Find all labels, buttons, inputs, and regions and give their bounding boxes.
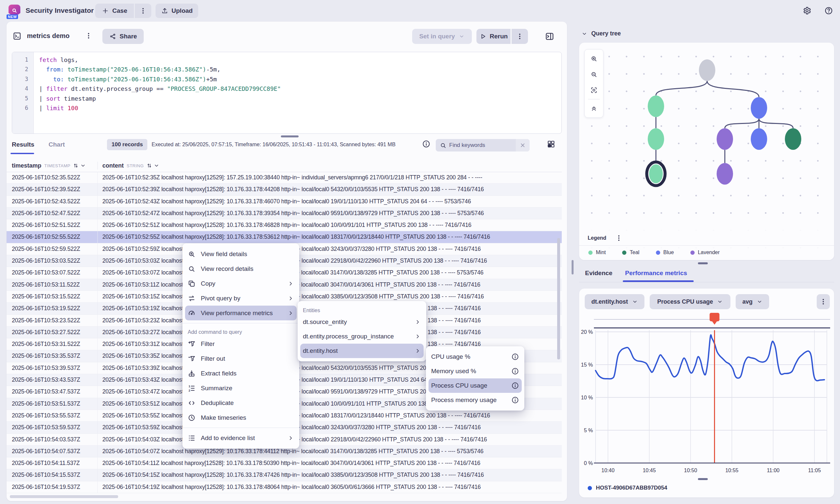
metric-selector[interactable]: Process CPU usage [650, 294, 730, 309]
timestamp-cell[interactable]: 2025-06-16T10:53:19.522Z [6, 303, 98, 314]
code-line[interactable]: from: toTimestamp("2025-06-16T10:56:43.5… [39, 65, 281, 74]
chevron-down-icon[interactable] [80, 163, 86, 168]
timestamp-cell[interactable]: 2025-06-16T10:52:35.522Z [6, 172, 98, 183]
rerun-button[interactable]: Rerun [476, 29, 511, 44]
workspace-menu-icon[interactable] [85, 32, 92, 40]
info-icon[interactable] [511, 353, 519, 361]
tab-performance-metrics[interactable]: Performance metrics [625, 270, 687, 277]
timestamp-cell[interactable]: 2025-06-16T10:53:03.522Z [6, 255, 98, 267]
timestamp-cell[interactable]: 2025-06-16T10:53:43.537Z [6, 374, 98, 385]
collapse-panel-icon[interactable] [545, 32, 555, 41]
content-cell[interactable]: 2025-06-16T10:54:07Z localhost haproxy[1… [98, 446, 562, 457]
timestamp-cell[interactable]: 2025-06-16T10:54:07.537Z [6, 446, 98, 457]
menu-item-memory-used[interactable]: Memory used % [426, 364, 524, 378]
query-tree-graph[interactable] [579, 43, 834, 226]
rerun-menu-button[interactable] [511, 29, 528, 44]
tree-node-g1[interactable] [785, 128, 801, 150]
timestamp-cell[interactable]: 2025-06-16T10:52:59.522Z [6, 243, 98, 255]
info-icon[interactable] [422, 140, 431, 148]
menu-item-pivot-query-by[interactable]: Pivot query by [182, 291, 299, 306]
entity-selector[interactable]: dt.entity.host [585, 294, 644, 309]
query-editor[interactable]: 123456 fetch logs, from: toTimestamp("20… [12, 52, 562, 134]
timestamp-cell[interactable]: 2025-06-16T10:53:59.537Z [6, 422, 98, 433]
panel-resize-handle[interactable] [572, 260, 574, 274]
legend-menu-icon[interactable] [615, 234, 623, 242]
timestamp-cell[interactable]: 2025-06-16T10:53:51.537Z [6, 398, 98, 410]
table-row[interactable]: 2025-06-16T10:52:43.522Z2025-06-16T10:52… [6, 196, 562, 208]
table-row[interactable]: 2025-06-16T10:52:47.522Z2025-06-16T10:52… [6, 208, 562, 219]
timestamp-cell[interactable]: 2025-06-16T10:53:07.522Z [6, 267, 98, 278]
content-cell[interactable]: 2025-06-16T10:52:43Z localhost haproxy[1… [98, 196, 562, 207]
horizontal-scrollbar[interactable] [10, 495, 118, 498]
code-line[interactable]: fetch logs, [39, 55, 281, 65]
content-cell[interactable]: 2025-06-16T10:54:19Z localhost haproxy[1… [98, 481, 562, 493]
timestamp-cell[interactable]: 2025-06-16T10:53:47.537Z [6, 386, 98, 397]
info-icon[interactable] [511, 382, 519, 390]
vertical-scrollbar[interactable] [557, 238, 560, 359]
help-icon[interactable] [824, 6, 833, 15]
menu-item-process-memory-usage[interactable]: Process memory usage [426, 393, 524, 407]
menu-item-filter[interactable]: Filter [182, 337, 299, 351]
set-in-query-button[interactable]: Set in query [412, 29, 472, 44]
table-row[interactable]: 2025-06-16T10:52:55.522Z2025-06-16T10:52… [6, 231, 562, 243]
timestamp-cell[interactable]: 2025-06-16T10:52:55.522Z [6, 231, 98, 242]
table-row[interactable]: 2025-06-16T10:54:15.537Z2025-06-16T10:54… [6, 469, 562, 481]
share-button[interactable]: Share [102, 29, 144, 44]
tree-node-root[interactable] [699, 59, 715, 81]
column-header-timestamp[interactable]: timestamp TIMESTAMP [6, 162, 98, 169]
editor-code[interactable]: fetch logs, from: toTimestamp("2025-06-1… [34, 52, 281, 133]
tree-node-m3[interactable] [649, 164, 663, 183]
find-keywords-search[interactable]: Find keywords [436, 139, 530, 151]
timestamp-cell[interactable]: 2025-06-16T10:54:03.537Z [6, 434, 98, 445]
timestamp-cell[interactable]: 2025-06-16T10:52:43.522Z [6, 196, 98, 207]
code-line[interactable]: | sort timestamp [39, 94, 281, 103]
timestamp-cell[interactable]: 2025-06-16T10:53:11.522Z [6, 279, 98, 290]
menu-item-dt-entity-host[interactable]: dt.entity.host [300, 344, 424, 358]
menu-item-view-record-details[interactable]: View record details [182, 262, 299, 276]
menu-item-process-cpu-usage[interactable]: Process CPU usage [428, 378, 522, 393]
timestamp-cell[interactable]: 2025-06-16T10:52:51.522Z [6, 219, 98, 231]
menu-item-cpu-usage[interactable]: CPU usage % [426, 349, 524, 364]
content-cell[interactable]: 2025-06-16T10:54:15Z localhost haproxy[1… [98, 469, 562, 481]
tree-resize-handle[interactable] [698, 262, 708, 264]
content-cell[interactable]: 2025-06-16T10:54:03Z localhost haproxy[1… [98, 434, 562, 445]
content-cell[interactable]: 2025-06-16T10:52:47Z localhost haproxy[1… [98, 208, 562, 219]
search-input[interactable]: Find keywords [449, 142, 485, 148]
aggregation-selector[interactable]: avg [736, 294, 769, 309]
content-cell[interactable]: 2025-06-16T10:52:39Z localhost haproxy[1… [98, 184, 562, 195]
query-tree-header[interactable]: Query tree [581, 30, 621, 37]
menu-item-dt-entity-process-group-instance[interactable]: dt.entity.process_group_instance [298, 329, 426, 344]
timestamp-cell[interactable]: 2025-06-16T10:53:35.537Z [6, 350, 98, 362]
tab-results[interactable]: Results [12, 141, 34, 148]
timestamp-cell[interactable]: 2025-06-16T10:53:15.522Z [6, 291, 98, 302]
timestamp-cell[interactable]: 2025-06-16T10:53:23.522Z [6, 315, 98, 326]
menu-item-extract-fields[interactable]: Extract fields [182, 366, 299, 381]
content-cell[interactable]: 2025-06-16T10:54:11Z localhost haproxy[1… [98, 457, 562, 469]
timestamp-cell[interactable]: 2025-06-16T10:53:31.522Z [6, 338, 98, 350]
timestamp-cell[interactable]: 2025-06-16T10:53:39.537Z [6, 362, 98, 374]
table-row[interactable]: 2025-06-16T10:54:11.537Z2025-06-16T10:54… [6, 457, 562, 469]
content-cell[interactable]: 2025-06-16T10:52:35Z localhost haproxy[1… [98, 172, 562, 183]
tree-node-m2[interactable] [648, 128, 664, 150]
menu-item-deduplicate[interactable]: Deduplicate [182, 395, 299, 410]
content-cell[interactable]: 2025-06-16T10:53:11Z localhost haproxy[1… [98, 279, 562, 290]
settings-gear-icon[interactable] [803, 6, 811, 15]
code-line[interactable]: to: toTimestamp("2025-06-16T10:56:43.586… [39, 74, 281, 84]
menu-item-filter-out[interactable]: Filter out [182, 351, 299, 366]
tree-node-b1[interactable] [751, 97, 767, 119]
content-cell[interactable]: 2025-06-16T10:53:15Z localhost haproxy[1… [98, 291, 562, 302]
content-cell[interactable]: 2025-06-16T10:52:55Z localhost haproxy[1… [98, 231, 562, 242]
chevron-down-icon[interactable] [154, 163, 159, 168]
timestamp-cell[interactable]: 2025-06-16T10:53:27.522Z [6, 327, 98, 338]
case-menu-button[interactable] [135, 4, 151, 18]
timestamp-cell[interactable]: 2025-06-16T10:54:19.537Z [6, 481, 98, 493]
timestamp-cell[interactable]: 2025-06-16T10:54:11.537Z [6, 457, 98, 469]
tab-evidence[interactable]: Evidence [585, 270, 612, 277]
content-cell[interactable]: 2025-06-16T10:53:03Z localhost haproxy[1… [98, 255, 562, 267]
table-row[interactable]: 2025-06-16T10:54:19.537Z2025-06-16T10:54… [6, 481, 562, 493]
upload-button[interactable]: Upload [156, 4, 198, 18]
chart-menu-button[interactable] [817, 294, 830, 309]
tree-node-l1[interactable] [717, 128, 733, 150]
add-case-button[interactable]: Case [95, 4, 134, 18]
menu-item-summarize[interactable]: 12Summarize [182, 381, 299, 395]
